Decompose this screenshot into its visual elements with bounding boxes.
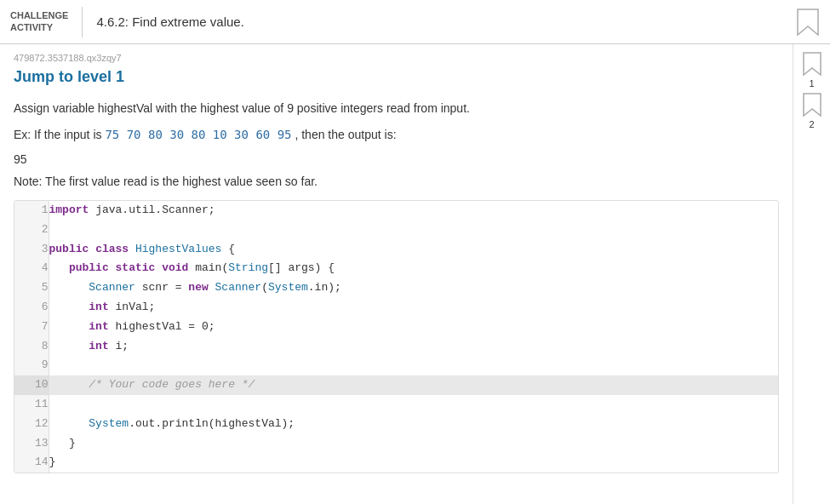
line-number: 14: [14, 453, 49, 472]
code-line: import java.util.Scanner;: [49, 201, 778, 220]
code-line: [49, 395, 778, 415]
code-table: 1import java.util.Scanner;23public class…: [14, 201, 778, 472]
header-bookmark[interactable]: [796, 8, 820, 37]
line-number: 9: [14, 356, 49, 375]
code-line: /* Your code goes here */: [49, 375, 778, 395]
table-row: 11: [14, 395, 778, 415]
line-number: 1: [14, 201, 49, 220]
code-line: }: [49, 453, 778, 472]
level1-label: 1: [809, 78, 814, 89]
description-text: Assign variable highestVal with the high…: [14, 100, 779, 117]
example-label: Ex: If the input is: [14, 128, 102, 141]
header-title: 4.6.2: Find extreme value.: [96, 14, 243, 29]
line-number: 2: [14, 220, 49, 240]
note-text: Note: The first value read is the highes…: [14, 175, 779, 188]
challenge-activity-label: CHALLENGE ACTIVITY: [10, 10, 68, 32]
level2-bookmark[interactable]: 2: [802, 92, 822, 129]
code-line: public static void main(String[] args) {: [49, 259, 778, 278]
table-row: 12 System.out.println(highestVal);: [14, 415, 778, 434]
line-number: 6: [14, 298, 49, 318]
line-number: 3: [14, 240, 49, 260]
code-line: }: [49, 434, 778, 454]
jump-to-level-heading[interactable]: Jump to level 1: [14, 68, 779, 86]
example-suffix: , then the output is:: [295, 128, 396, 141]
table-row: 5 Scanner scnr = new Scanner(System.in);: [14, 278, 778, 298]
line-number: 7: [14, 318, 49, 337]
code-editor[interactable]: 1import java.util.Scanner;23public class…: [14, 200, 779, 473]
sidebar: 1 2: [793, 44, 830, 504]
line-number: 12: [14, 415, 49, 434]
example-line: Ex: If the input is 75 70 80 30 80 10 30…: [14, 126, 779, 144]
table-row: 1import java.util.Scanner;: [14, 201, 778, 220]
code-line: int highestVal = 0;: [49, 318, 778, 337]
table-row: 9: [14, 356, 778, 375]
code-line: System.out.println(highestVal);: [49, 415, 778, 434]
code-line: public class HighestValues {: [49, 240, 778, 260]
session-id: 479872.3537188.qx3zqy7: [14, 53, 779, 63]
level2-label: 2: [809, 119, 814, 129]
note-label: Note:: [14, 175, 42, 188]
line-number: 11: [14, 395, 49, 415]
line-number: 10: [14, 375, 49, 395]
line-number: 5: [14, 278, 49, 298]
table-row: 4 public static void main(String[] args)…: [14, 259, 778, 278]
example-input: 75 70 80 30 80 10 30 60 95: [105, 128, 291, 141]
note-content: The first value read is the highest valu…: [42, 175, 317, 188]
output-value: 95: [14, 152, 779, 166]
code-line: [49, 356, 778, 375]
table-row: 2: [14, 220, 778, 240]
table-row: 7 int highestVal = 0;: [14, 318, 778, 337]
code-line: Scanner scnr = new Scanner(System.in);: [49, 278, 778, 298]
content-area: 479872.3537188.qx3zqy7 Jump to level 1 A…: [0, 44, 793, 504]
table-row: 14}: [14, 453, 778, 472]
table-row: 3public class HighestValues {: [14, 240, 778, 260]
line-number: 13: [14, 434, 49, 454]
main-container: 479872.3537188.qx3zqy7 Jump to level 1 A…: [0, 44, 830, 504]
table-row: 10 /* Your code goes here */: [14, 375, 778, 395]
level1-bookmark[interactable]: 1: [802, 51, 822, 89]
table-row: 8 int i;: [14, 337, 778, 357]
header: CHALLENGE ACTIVITY 4.6.2: Find extreme v…: [0, 0, 830, 44]
code-line: [49, 220, 778, 240]
table-row: 6 int inVal;: [14, 298, 778, 318]
code-line: int inVal;: [49, 298, 778, 318]
line-number: 4: [14, 259, 49, 278]
code-line: int i;: [49, 337, 778, 357]
table-row: 13 }: [14, 434, 778, 454]
header-divider: [82, 7, 83, 37]
line-number: 8: [14, 337, 49, 357]
